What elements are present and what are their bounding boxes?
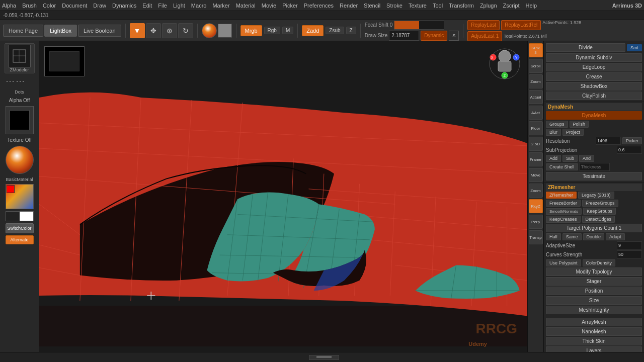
material-sphere[interactable] xyxy=(6,146,34,174)
mesh-integrity-btn[interactable]: MeshIntegrity xyxy=(546,306,642,314)
freeze-groups-btn[interactable]: FreezeGroups xyxy=(582,200,618,207)
rgb-btn[interactable]: Rgb xyxy=(264,27,280,34)
zremesher-btn[interactable]: ZRemesher xyxy=(546,192,577,199)
menu-macro[interactable]: Macro xyxy=(191,3,207,9)
target-polygons-btn[interactable]: Target Polygons Count 1 xyxy=(546,224,642,232)
adaptive-size-input[interactable] xyxy=(617,241,642,249)
menu-light[interactable]: Light xyxy=(173,3,185,9)
perp-btn[interactable]: Perp xyxy=(529,215,543,229)
menu-zscript[interactable]: Zscript xyxy=(503,3,520,9)
s-btn[interactable]: S xyxy=(449,31,459,41)
size-btn[interactable]: Size xyxy=(546,296,642,305)
menu-movie[interactable]: Movie xyxy=(262,3,276,9)
stager-btn[interactable]: Stager xyxy=(546,277,642,286)
blur-btn[interactable]: Blur xyxy=(546,129,561,136)
adapt-btn[interactable]: Adapt xyxy=(606,233,625,240)
menu-brush[interactable]: Brush xyxy=(22,3,37,9)
keep-groups-btn[interactable]: KeepGroups xyxy=(583,208,616,215)
dots-btn-left[interactable]: ⋯ xyxy=(6,75,15,86)
picker-btn[interactable]: Picker xyxy=(622,137,642,144)
texture-off-label[interactable]: Texture Off xyxy=(7,137,32,143)
menu-tool[interactable]: Tool xyxy=(433,3,443,9)
menu-stencil[interactable]: Stencil xyxy=(364,3,380,9)
freeze-border-btn[interactable]: FreezeBorder xyxy=(546,200,581,207)
resolution-input[interactable] xyxy=(596,137,621,145)
zmodeler-btn[interactable]: ZModeler xyxy=(5,43,35,73)
lightbox-tab[interactable]: LightBox xyxy=(44,25,77,37)
claypolish-btn[interactable]: ClayPolish xyxy=(546,92,642,100)
create-shell-btn[interactable]: Create Shell xyxy=(546,163,578,170)
half-btn[interactable]: Half xyxy=(546,233,561,240)
project-btn[interactable]: Project xyxy=(562,129,584,136)
legacy-btn[interactable]: Legacy (2018) xyxy=(578,192,614,199)
dynamesh-btn[interactable]: DynaMesh xyxy=(546,111,642,120)
move-tool-btn[interactable]: ✥ xyxy=(146,23,161,38)
add-btn[interactable]: Add xyxy=(546,155,561,162)
menu-material[interactable]: Material xyxy=(236,3,256,9)
alternate-btn[interactable]: Alternate xyxy=(6,235,34,244)
menu-draw[interactable]: Draw xyxy=(93,3,106,9)
menu-document[interactable]: Document xyxy=(62,3,87,9)
menu-stroke[interactable]: Stroke xyxy=(386,3,403,9)
canvas-area[interactable]: X Y Z RRCG Udemy xyxy=(39,41,527,352)
draw-size-input[interactable] xyxy=(389,31,419,41)
zsub-btn[interactable]: Zsub xyxy=(326,27,344,34)
and-btn[interactable]: And xyxy=(579,155,594,162)
crease-btn[interactable]: Crease xyxy=(546,72,642,81)
same-btn[interactable]: Same xyxy=(562,233,582,240)
aact-btn[interactable]: AAct xyxy=(529,106,543,120)
menu-render[interactable]: Render xyxy=(340,3,358,9)
zremesher-header[interactable]: ZRemesher xyxy=(546,184,642,191)
smooth-normals-btn[interactable]: SmoothNormals xyxy=(546,208,582,215)
scroll-btn[interactable]: Scroll xyxy=(529,59,543,73)
menu-picker[interactable]: Picker xyxy=(282,3,298,9)
adjust-last-btn[interactable]: AdjustLast 1 xyxy=(467,31,502,41)
actual-btn[interactable]: Actual xyxy=(529,90,543,104)
menu-help[interactable]: Help xyxy=(526,3,537,9)
array-mesh-btn[interactable]: ArrayMesh xyxy=(546,318,642,326)
menu-color[interactable]: Color xyxy=(43,3,56,9)
alpha-preview[interactable] xyxy=(6,106,34,134)
focal-shift-slider[interactable] xyxy=(394,21,444,30)
bottom-drag-handle[interactable] xyxy=(309,355,339,360)
thick-skin-btn[interactable]: Thick Skin xyxy=(546,337,642,345)
switch-color-btn[interactable]: SwitchColor xyxy=(6,223,34,233)
menu-file[interactable]: File xyxy=(158,3,167,9)
draw-tool-btn[interactable]: ▼ xyxy=(130,23,145,38)
menu-transform[interactable]: Transform xyxy=(449,3,474,9)
alpha-off-label[interactable]: Alpha Off xyxy=(9,98,30,103)
dynamic-subdiv-btn[interactable]: Dynamic Subdiv xyxy=(546,53,642,62)
home-page-tab[interactable]: Home Page xyxy=(3,25,43,37)
curves-strength-input[interactable] xyxy=(617,250,642,258)
smt-btn[interactable]: Smt xyxy=(627,44,642,51)
menu-alpha[interactable]: Alpha xyxy=(2,3,16,9)
menu-preferences[interactable]: Preferences xyxy=(304,3,334,9)
double-btn[interactable]: Double xyxy=(583,233,605,240)
groups-btn[interactable]: Groups xyxy=(546,121,568,128)
dynamesh-header[interactable]: DynaMesh xyxy=(546,103,642,111)
move-btn[interactable]: Move xyxy=(529,168,543,182)
detect-edges-btn[interactable]: DetectEdges xyxy=(582,216,615,223)
subprojection-input[interactable] xyxy=(617,146,642,154)
zadd-btn[interactable]: Zadd xyxy=(302,25,324,36)
sub-btn[interactable]: Sub xyxy=(562,155,578,162)
frame-btn[interactable]: Frame xyxy=(529,152,543,166)
gradient-preview[interactable] xyxy=(6,211,34,221)
live-boolean-tab[interactable]: Live Boolean xyxy=(78,25,121,37)
position-btn[interactable]: Position xyxy=(546,287,642,295)
tessimate-btn[interactable]: Tessimate xyxy=(546,172,642,180)
rotate-tool-btn[interactable]: ↻ xyxy=(178,23,193,38)
nano-mesh-btn[interactable]: NanoMesh xyxy=(546,327,642,336)
z-btn[interactable]: Z xyxy=(346,27,356,34)
menu-dynamics[interactable]: Dynamics xyxy=(112,3,136,9)
keep-creases-btn[interactable]: KeepCreases xyxy=(546,216,581,223)
menu-edit[interactable]: Edit xyxy=(142,3,152,9)
menu-zplugin[interactable]: Zplugn xyxy=(480,3,497,9)
scale-tool-btn[interactable]: ⊕ xyxy=(162,23,177,38)
color-picker-area[interactable] xyxy=(6,184,34,209)
edgeloop-btn[interactable]: EdgeLoop xyxy=(546,63,642,71)
mrgb-btn[interactable]: Mrgb xyxy=(240,25,262,36)
thickness-input[interactable] xyxy=(580,163,610,171)
modify-topology-btn[interactable]: Modify Topology xyxy=(546,267,642,276)
material-preview[interactable] xyxy=(218,24,232,38)
